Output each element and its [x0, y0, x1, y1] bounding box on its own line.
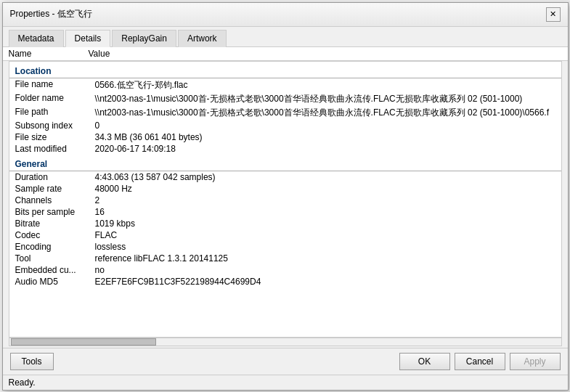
- tab-details[interactable]: Details: [65, 30, 111, 47]
- location-table: File name 0566.低空飞行-郑钧.flac Folder name …: [9, 78, 561, 155]
- prop-name: File path: [9, 106, 89, 120]
- prop-value: 1019 kbps: [89, 218, 561, 229]
- table-row: File name 0566.低空飞行-郑钧.flac: [9, 78, 561, 92]
- cancel-button[interactable]: Cancel: [455, 353, 505, 370]
- prop-name: Audio MD5: [9, 276, 89, 287]
- prop-name: Channels: [9, 195, 89, 206]
- prop-value: 16: [89, 206, 561, 218]
- table-row: Bits per sample 16: [9, 206, 561, 218]
- prop-name: Tool: [9, 253, 89, 264]
- prop-value: \\nt2003-nas-1\music\3000首-无损格式老歌\3000首华…: [89, 106, 561, 120]
- table-row: Subsong index 0: [9, 120, 561, 131]
- prop-value: 2: [89, 195, 561, 206]
- table-row: Codec FLAC: [9, 229, 561, 241]
- prop-name: Embedded cu...: [9, 264, 89, 276]
- prop-name: Codec: [9, 229, 89, 241]
- table-row: Embedded cu... no: [9, 264, 561, 276]
- prop-value: 48000 Hz: [89, 183, 561, 195]
- prop-name: Sample rate: [9, 183, 89, 195]
- close-button[interactable]: ✕: [546, 7, 561, 22]
- hscroll-thumb[interactable]: [11, 338, 156, 346]
- table-row: Duration 4:43.063 (13 587 042 samples): [9, 171, 561, 183]
- column-header: Name Value: [3, 47, 568, 61]
- table-row: Audio MD5 E2EF7E6FC9B11C3F522198944C4699…: [9, 276, 561, 287]
- prop-name: Subsong index: [9, 120, 89, 131]
- properties-dialog: Properties - 低空飞行 ✕ Metadata Details Rep…: [2, 2, 569, 391]
- footer: Tools OK Cancel Apply: [3, 348, 568, 375]
- prop-value: lossless: [89, 241, 561, 253]
- table-row: Tool reference libFLAC 1.3.1 20141125: [9, 253, 561, 264]
- horizontal-scrollbar[interactable]: [9, 338, 562, 346]
- status-bar: Ready.: [3, 375, 568, 390]
- prop-name: Last modified: [9, 143, 89, 155]
- table-row: File path \\nt2003-nas-1\music\3000首-无损格…: [9, 106, 561, 120]
- tab-bar: Metadata Details ReplayGain Artwork: [3, 27, 568, 47]
- properties-content[interactable]: Location File name 0566.低空飞行-郑钧.flac Fol…: [9, 61, 562, 338]
- col-value: Value: [89, 49, 110, 59]
- prop-value: FLAC: [89, 229, 561, 241]
- title-bar: Properties - 低空飞行 ✕: [3, 3, 568, 27]
- dialog-title: Properties - 低空飞行: [10, 8, 92, 20]
- general-table: Duration 4:43.063 (13 587 042 samples) S…: [9, 171, 561, 287]
- prop-value: E2EF7E6FC9B11C3F522198944C4699D4: [89, 276, 561, 287]
- prop-value: 0566.低空飞行-郑钧.flac: [89, 78, 561, 92]
- tab-replaygain[interactable]: ReplayGain: [112, 30, 176, 47]
- prop-name: Folder name: [9, 92, 89, 106]
- table-row: Sample rate 48000 Hz: [9, 183, 561, 195]
- tab-metadata[interactable]: Metadata: [9, 30, 64, 47]
- prop-name: File name: [9, 78, 89, 92]
- section-location: Location: [9, 63, 561, 78]
- table-row: Encoding lossless: [9, 241, 561, 253]
- footer-left: Tools: [10, 353, 54, 370]
- prop-value: 34.3 MB (36 061 401 bytes): [89, 131, 561, 143]
- prop-value: \\nt2003-nas-1\music\3000首-无损格式老歌\3000首华…: [89, 92, 561, 106]
- table-row: File size 34.3 MB (36 061 401 bytes): [9, 131, 561, 143]
- prop-value: 2020-06-17 14:09:18: [89, 143, 561, 155]
- prop-value: reference libFLAC 1.3.1 20141125: [89, 253, 561, 264]
- col-name: Name: [9, 49, 89, 59]
- apply-button[interactable]: Apply: [510, 353, 561, 370]
- prop-name: Bits per sample: [9, 206, 89, 218]
- footer-right: OK Cancel Apply: [399, 353, 561, 370]
- prop-name: Encoding: [9, 241, 89, 253]
- prop-value: 4:43.063 (13 587 042 samples): [89, 171, 561, 183]
- table-row: Channels 2: [9, 195, 561, 206]
- tools-button[interactable]: Tools: [10, 353, 54, 370]
- prop-name: Bitrate: [9, 218, 89, 229]
- status-text: Ready.: [9, 377, 36, 388]
- table-row: Folder name \\nt2003-nas-1\music\3000首-无…: [9, 92, 561, 106]
- tab-artwork[interactable]: Artwork: [178, 30, 227, 47]
- prop-value: no: [89, 264, 561, 276]
- section-general: General: [9, 156, 561, 171]
- prop-name: File size: [9, 131, 89, 143]
- table-row: Bitrate 1019 kbps: [9, 218, 561, 229]
- prop-value: 0: [89, 120, 561, 131]
- ok-button[interactable]: OK: [399, 353, 450, 370]
- table-row: Last modified 2020-06-17 14:09:18: [9, 143, 561, 155]
- prop-name: Duration: [9, 171, 89, 183]
